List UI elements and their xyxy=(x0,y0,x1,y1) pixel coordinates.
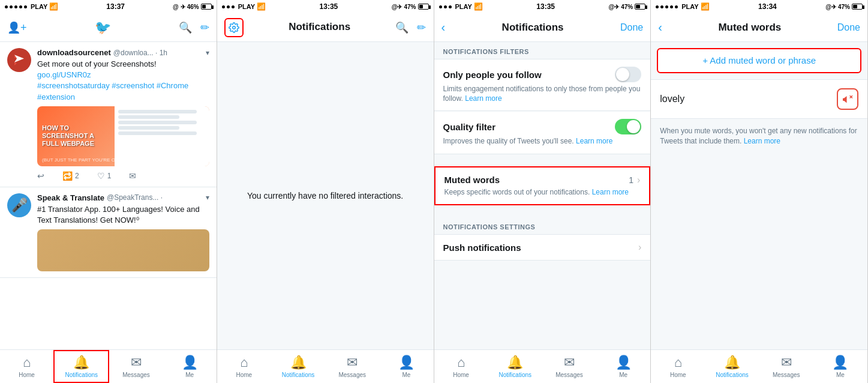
push-notifications-row[interactable]: Push notifications › xyxy=(434,234,651,261)
status-bar-p2: PLAY 📶 13:35 @✈ 47% xyxy=(217,0,434,13)
done-button-p3[interactable]: Done xyxy=(620,22,643,33)
add-muted-word-button[interactable]: + Add muted word or phrase xyxy=(657,48,861,73)
search-icon-p2[interactable]: 🔍 xyxy=(395,21,409,34)
follow-filter-row[interactable]: Only people you follow Limits engagement… xyxy=(434,59,651,111)
avatar-sp: 🎤 xyxy=(7,193,31,217)
nav-notifications-p4[interactable]: 🔔 Notifications xyxy=(705,351,759,382)
tweet-item-1[interactable]: downloadsourcenet @downloa... · 1h ▾ Get… xyxy=(0,42,217,187)
add-user-icon[interactable]: 👤+ xyxy=(7,21,27,34)
quality-filter-title: Quality filter xyxy=(443,122,496,132)
me-icon-p4: 👤 xyxy=(832,355,848,370)
me-icon-p3: 👤 xyxy=(615,355,632,370)
search-icon-p1[interactable]: 🔍 xyxy=(179,21,192,34)
nav-notifications-p2[interactable]: 🔔 Notifications xyxy=(271,351,325,382)
nav-home-p4[interactable]: ⌂ Home xyxy=(651,351,705,382)
nav-messages-p2[interactable]: ✉ Messages xyxy=(325,351,379,382)
header-p3: ‹ Notifications Done xyxy=(434,13,651,42)
back-button-p3[interactable]: ‹ xyxy=(441,20,446,34)
muted-learn-more[interactable]: Learn more xyxy=(744,137,780,145)
nav-me-label-p1: Me xyxy=(185,372,194,378)
nav-notifications-p3[interactable]: 🔔 Notifications xyxy=(488,351,542,382)
muted-content: + Add muted word or phrase lovely When y… xyxy=(651,42,867,349)
panel-muted-words: PLAY 📶 13:34 @✈ 47% ‹ Muted words Done +… xyxy=(651,0,868,383)
status-bar-p4: PLAY 📶 13:34 @✈ 47% xyxy=(651,0,867,13)
panel-feed: PLAY 📶 13:37 @ ✈ 46% 👤+ 🐦 🔍 ✏ downloa xyxy=(0,0,217,383)
home-icon-p2: ⌂ xyxy=(240,355,248,370)
compose-icon-p1[interactable]: ✏ xyxy=(200,21,209,34)
img-title-1: HOW TOSCREENSHOT AFULL WEBPAGE xyxy=(42,124,94,148)
follow-filter-title: Only people you follow xyxy=(443,70,542,80)
tweet-item-2[interactable]: 🎤 Speak & Translate @SpeakTrans... · ▾ #… xyxy=(0,187,217,278)
compose-icon-p2[interactable]: ✏ xyxy=(417,21,426,34)
home-icon-p1: ⌂ xyxy=(23,355,31,370)
tweet-name-2: Speak & Translate xyxy=(37,193,104,202)
unmute-button[interactable] xyxy=(837,88,858,110)
quality-filter-learn-more[interactable]: Learn more xyxy=(576,137,612,145)
follow-filter-learn-more[interactable]: Learn more xyxy=(465,94,501,103)
settings-content-p3: NOTIFICATIONS FILTERS Only people you fo… xyxy=(434,42,651,349)
notifications-icon-p2: 🔔 xyxy=(290,355,307,370)
done-button-p4[interactable]: Done xyxy=(837,22,860,33)
add-muted-word-label: + Add muted word or phrase xyxy=(702,55,816,65)
header-title-p3: Notifications xyxy=(502,22,564,34)
header-p1: 👤+ 🐦 🔍 ✏ xyxy=(0,13,217,42)
settings-section-header: NOTIFICATIONS SETTINGS xyxy=(434,217,651,234)
messages-icon-p4: ✉ xyxy=(781,355,792,370)
nav-notifications-p1[interactable]: 🔔 Notifications xyxy=(53,350,109,383)
panel-notifications-empty: PLAY 📶 13:35 @✈ 47% Notifications 🔍 ✏ Yo… xyxy=(217,0,434,383)
nav-home-p2[interactable]: ⌂ Home xyxy=(217,351,271,382)
nav-me-p2[interactable]: 👤 Me xyxy=(379,351,433,382)
tweet-actions-1: ↩ 🔁 2 ♡ 1 ✉ xyxy=(37,171,209,181)
tweet-image-1: HOW TOSCREENSHOT AFULL WEBPAGE (BUT JUST… xyxy=(37,106,209,166)
tweet-text-2: #1 Translator App. 100+ Languages! Voice… xyxy=(37,204,209,226)
nav-messages-p3[interactable]: ✉ Messages xyxy=(542,351,596,382)
tweet-link-1[interactable]: goo.gl/USNR0z xyxy=(37,70,91,79)
like-action-1[interactable]: ♡ 1 xyxy=(97,171,112,181)
muted-word-row[interactable]: lovely xyxy=(651,79,867,119)
follow-filter-desc: Limits engagement notifications to only … xyxy=(443,85,642,103)
notifications-icon-p3: 🔔 xyxy=(507,355,523,370)
status-time-p1: 13:37 xyxy=(106,2,125,11)
empty-text: You currently have no filtered interacti… xyxy=(247,191,403,201)
gear-icon[interactable] xyxy=(224,18,244,37)
nav-me-p1[interactable]: 👤 Me xyxy=(163,351,217,382)
bottom-nav-p4: ⌂ Home 🔔 Notifications ✉ Messages 👤 Me xyxy=(651,349,867,383)
nav-me-p4[interactable]: 👤 Me xyxy=(813,351,867,382)
quality-filter-row[interactable]: Quality filter Improves the quality of T… xyxy=(434,112,651,154)
home-icon-p4: ⌂ xyxy=(674,355,682,370)
notifications-empty-state: You currently have no filtered interacti… xyxy=(217,42,434,349)
muted-words-learn-more[interactable]: Learn more xyxy=(592,188,629,196)
status-bar-p1: PLAY 📶 13:37 @ ✈ 46% xyxy=(0,0,217,13)
notifications-icon-p4: 🔔 xyxy=(724,355,740,370)
me-icon-p2: 👤 xyxy=(398,355,415,370)
nav-messages-p1[interactable]: ✉ Messages xyxy=(109,351,163,382)
filters-section-header: NOTIFICATIONS FILTERS xyxy=(434,42,651,59)
status-carrier-p1: PLAY 📶 xyxy=(5,2,58,11)
nav-home-p3[interactable]: ⌂ Home xyxy=(434,351,488,382)
messages-icon-p1: ✉ xyxy=(131,355,142,370)
reply-action-1[interactable]: ↩ xyxy=(37,171,44,181)
header-p4: ‹ Muted words Done xyxy=(651,13,867,42)
tweet-handle-2: @SpeakTrans... · xyxy=(107,193,163,202)
nav-messages-label-p1: Messages xyxy=(122,372,150,378)
bottom-nav-p1: ⌂ Home 🔔 Notifications ✉ Messages 👤 Me xyxy=(0,349,217,383)
chevron-down-icon-2[interactable]: ▾ xyxy=(206,193,209,202)
retweet-action-1[interactable]: 🔁 2 xyxy=(62,171,79,181)
muted-words-count: 1 xyxy=(629,175,633,185)
me-icon-p1: 👤 xyxy=(182,355,198,370)
header-title-p2: Notifications xyxy=(281,13,358,42)
nav-me-p3[interactable]: 👤 Me xyxy=(596,351,650,382)
chevron-down-icon-1[interactable]: ▾ xyxy=(206,49,209,57)
tweet-image-2 xyxy=(37,229,209,271)
nav-home-p1[interactable]: ⌂ Home xyxy=(0,351,53,382)
muted-words-row[interactable]: Muted words 1 › Keeps specific words out… xyxy=(434,166,651,206)
nav-notifications-label-p1: Notifications xyxy=(65,372,98,378)
nav-messages-p4[interactable]: ✉ Messages xyxy=(759,351,813,382)
bottom-nav-p3: ⌂ Home 🔔 Notifications ✉ Messages 👤 Me xyxy=(434,349,651,383)
quality-filter-toggle[interactable] xyxy=(615,119,641,134)
header-title-p4: Muted words xyxy=(718,22,781,34)
back-button-p4[interactable]: ‹ xyxy=(658,20,662,34)
tweet-body-2: Speak & Translate @SpeakTrans... · ▾ #1 … xyxy=(37,193,209,271)
follow-filter-toggle[interactable] xyxy=(615,67,641,82)
dm-action-1[interactable]: ✉ xyxy=(129,171,136,181)
